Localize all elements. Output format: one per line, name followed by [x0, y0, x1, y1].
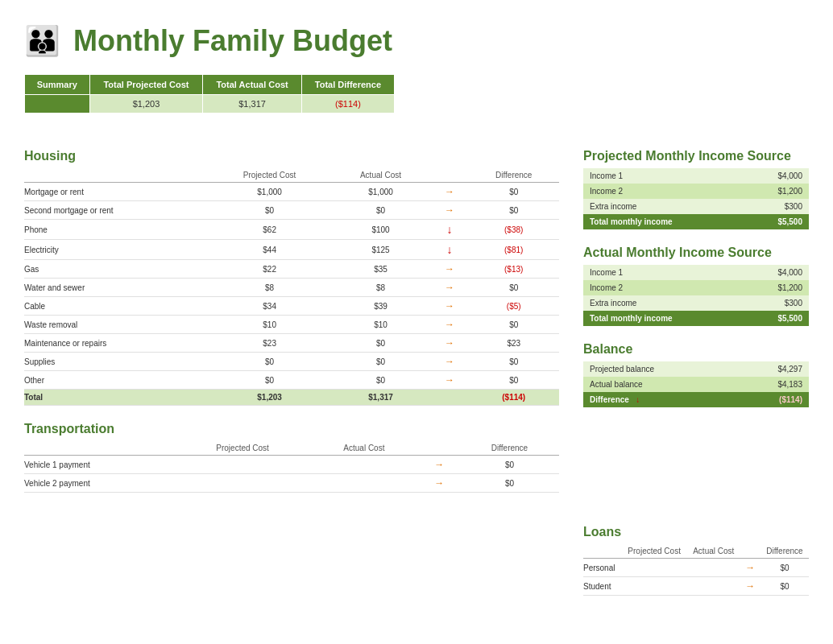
balance-value: $4,297	[736, 361, 809, 377]
table-row: Water and sewer $8 $8 → $0	[24, 279, 559, 297]
total-arrow	[430, 390, 468, 406]
actual-cost: $1,000	[331, 183, 431, 201]
projected-cost: $23	[209, 334, 331, 353]
actual-cost: $100	[331, 220, 431, 240]
summary-label: Summary	[25, 75, 90, 95]
arrow-cell: →	[419, 474, 460, 493]
transportation-table: Projected Cost Actual Cost Difference Ve…	[24, 441, 559, 493]
housing-title: Housing	[24, 149, 559, 163]
projected-cost	[622, 577, 687, 596]
right-arrow-icon: →	[745, 562, 755, 573]
loans-table: Projected Cost Actual Cost Difference Pe…	[583, 544, 809, 596]
row-label: Electricity	[24, 240, 209, 260]
income-total-label: Total monthly income	[583, 214, 745, 229]
down-arrow-icon: ↓	[446, 223, 452, 236]
summary-col1: Total Projected Cost	[89, 75, 203, 95]
bottom-left	[24, 509, 559, 612]
row-label: Cable	[24, 297, 209, 316]
difference: ($5)	[468, 297, 559, 316]
row-label: Maintenance or repairs	[24, 334, 209, 353]
left-column: Housing Projected Cost Actual Cost Diffe…	[24, 133, 559, 509]
difference: $0	[468, 201, 559, 220]
projected-income-title: Projected Monthly Income Source	[583, 149, 809, 163]
total-label: Total	[24, 390, 209, 406]
summary-table: Summary Total Projected Cost Total Actua…	[24, 74, 395, 114]
row-label: Supplies	[24, 353, 209, 371]
projected-cost: $62	[209, 220, 331, 240]
projected-cost: $0	[209, 371, 331, 390]
income-total-row: Total monthly income $5,500	[583, 214, 809, 229]
loans-col-label	[583, 544, 622, 559]
table-row: Cable $34 $39 → ($5)	[24, 297, 559, 316]
right-arrow-icon: →	[445, 204, 454, 216]
transportation-title: Transportation	[24, 422, 559, 436]
summary-val1: $1,203	[89, 95, 203, 114]
projected-cost	[176, 456, 309, 474]
income-total-label: Total monthly income	[583, 311, 745, 326]
row-label: Student	[583, 577, 622, 596]
row-label: Mortgage or rent	[24, 183, 209, 201]
total-projected: $1,203	[209, 390, 331, 406]
summary-col3: Total Difference	[301, 75, 394, 95]
projected-cost	[622, 559, 687, 577]
balance-row: Actual balance $4,183	[583, 377, 809, 392]
trans-col-arrow	[419, 441, 460, 456]
actual-cost: $35	[331, 260, 431, 279]
income-total-row: Total monthly income $5,500	[583, 311, 809, 326]
difference: $0	[460, 474, 559, 493]
balance-label: Actual balance	[583, 377, 736, 392]
projected-cost: $22	[209, 260, 331, 279]
loans-col-actual: Actual Cost	[687, 544, 740, 559]
table-row: Waste removal $10 $10 → $0	[24, 316, 559, 334]
income-label: Income 2	[583, 184, 745, 199]
right-arrow-icon: →	[745, 580, 755, 592]
diff-arrow-icon: ↓	[636, 395, 640, 404]
arrow-cell: →	[430, 353, 468, 371]
projected-cost: $8	[209, 279, 331, 297]
actual-cost: $0	[331, 334, 431, 353]
trans-col-diff: Difference	[460, 441, 559, 456]
diff-value: ($114)	[736, 392, 809, 407]
table-row: Supplies $0 $0 → $0	[24, 353, 559, 371]
trans-col-actual: Actual Cost	[309, 441, 418, 456]
arrow-cell: →	[740, 577, 760, 596]
main-layout: Housing Projected Cost Actual Cost Diffe…	[24, 133, 809, 509]
income-value: $1,200	[745, 184, 809, 199]
table-row: Electricity $44 $125 ↓ ($81)	[24, 240, 559, 260]
actual-cost	[687, 577, 740, 596]
income-row: Income 2 $1,200	[583, 280, 809, 295]
balance-value: $4,183	[736, 377, 809, 392]
projected-cost: $0	[209, 353, 331, 371]
income-label: Income 1	[583, 265, 745, 280]
loans-col-projected: Projected Cost	[622, 544, 687, 559]
arrow-cell: →	[430, 371, 468, 390]
table-row: Gas $22 $35 → ($13)	[24, 260, 559, 279]
bottom-section: Loans Projected Cost Actual Cost Differe…	[24, 509, 809, 612]
trans-col-label	[24, 441, 176, 456]
summary-val2: $1,317	[203, 95, 302, 114]
right-arrow-icon: →	[445, 282, 454, 293]
row-label: Other	[24, 371, 209, 390]
projected-cost	[176, 474, 309, 493]
right-arrow-icon: →	[445, 337, 454, 349]
summary-val3: ($114)	[301, 95, 394, 114]
income-value: $1,200	[745, 280, 809, 295]
table-row: Personal → $0	[583, 559, 809, 577]
balance-diff-row: Difference ↓ ($114)	[583, 392, 809, 407]
projected-income-table: Income 1 $4,000 Income 2 $1,200 Extra in…	[583, 168, 809, 229]
row-label: Phone	[24, 220, 209, 240]
row-label: Waste removal	[24, 316, 209, 334]
projected-cost: $34	[209, 297, 331, 316]
actual-income-title: Actual Monthly Income Source	[583, 246, 809, 260]
difference: ($81)	[468, 240, 559, 260]
income-row: Income 1 $4,000	[583, 265, 809, 280]
projected-cost: $1,000	[209, 183, 331, 201]
arrow-cell: ↓	[430, 220, 468, 240]
arrow-cell: →	[419, 456, 460, 474]
right-arrow-icon: →	[445, 300, 454, 312]
table-row: Second mortgage or rent $0 $0 → $0	[24, 201, 559, 220]
actual-cost: $10	[331, 316, 431, 334]
income-label: Extra income	[583, 199, 745, 214]
difference: ($38)	[468, 220, 559, 240]
summary-row-label	[25, 95, 90, 114]
